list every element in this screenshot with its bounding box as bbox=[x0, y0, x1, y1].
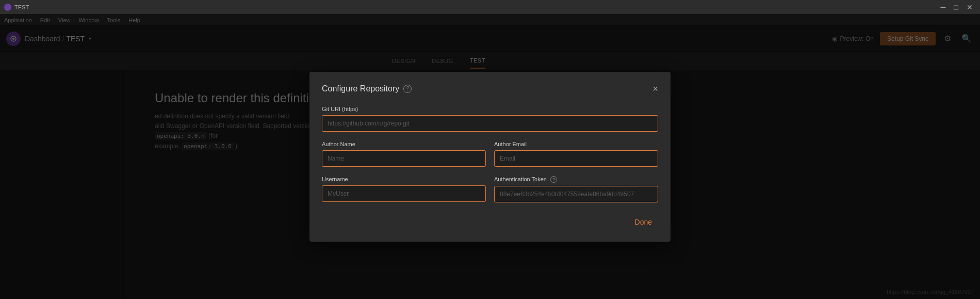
username-input[interactable] bbox=[322, 185, 486, 202]
close-button[interactable]: ✕ bbox=[963, 3, 976, 11]
title-bar-controls[interactable]: ─ □ ✕ bbox=[938, 3, 976, 11]
title-bar: TEST ─ □ ✕ bbox=[0, 0, 980, 14]
username-group: Username bbox=[322, 176, 486, 203]
modal-close-button[interactable]: × bbox=[652, 84, 658, 93]
git-uri-group: Git URI (https) bbox=[322, 106, 658, 132]
done-button[interactable]: Done bbox=[629, 215, 658, 229]
username-label: Username bbox=[322, 176, 486, 182]
author-name-input[interactable] bbox=[322, 150, 486, 167]
configure-repository-modal: Configure Repository ? × Git URI (https)… bbox=[309, 72, 671, 242]
app-title: TEST bbox=[14, 4, 29, 10]
author-email-label: Author Email bbox=[494, 141, 658, 147]
git-uri-label: Git URI (https) bbox=[322, 106, 658, 112]
author-name-label: Author Name bbox=[322, 141, 486, 147]
author-name-group: Author Name bbox=[322, 141, 486, 167]
git-uri-input[interactable] bbox=[322, 115, 658, 132]
auth-token-label: Authentication Token ? bbox=[494, 176, 658, 183]
modal-overlay: Configure Repository ? × Git URI (https)… bbox=[0, 14, 980, 299]
author-email-group: Author Email bbox=[494, 141, 658, 167]
title-bar-left: TEST bbox=[4, 4, 29, 11]
modal-footer: Done bbox=[322, 215, 658, 229]
modal-title-text: Configure Repository bbox=[322, 84, 399, 93]
author-email-input[interactable] bbox=[494, 150, 658, 167]
minimize-button[interactable]: ─ bbox=[938, 3, 949, 11]
auth-token-group: Authentication Token ? bbox=[494, 176, 658, 203]
auth-token-help-icon[interactable]: ? bbox=[550, 176, 557, 183]
author-row: Author Name Author Email bbox=[322, 141, 658, 167]
credentials-row: Username Authentication Token ? bbox=[322, 176, 658, 203]
maximize-button[interactable]: □ bbox=[951, 3, 961, 11]
help-icon[interactable]: ? bbox=[403, 85, 412, 93]
auth-token-input[interactable] bbox=[494, 186, 658, 202]
modal-header: Configure Repository ? × bbox=[322, 84, 658, 93]
modal-title: Configure Repository ? bbox=[322, 84, 412, 93]
app-icon bbox=[4, 4, 11, 11]
